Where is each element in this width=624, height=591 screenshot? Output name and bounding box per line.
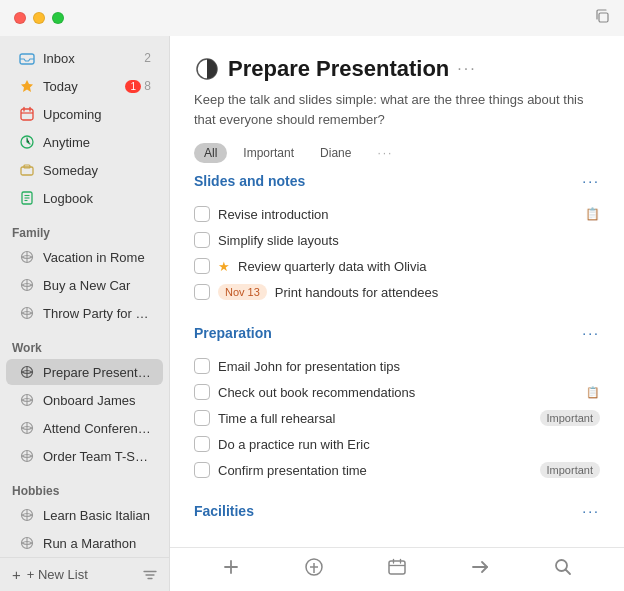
task-more-button[interactable]: ···	[457, 60, 476, 78]
search-button[interactable]	[545, 555, 581, 584]
sidebar-item-presentation[interactable]: Prepare Presentation	[6, 359, 163, 385]
task-checkbox-books[interactable]	[194, 384, 210, 400]
svg-rect-41	[389, 561, 405, 574]
upcoming-label: Upcoming	[43, 107, 151, 122]
section-title-facilities: Facilities	[194, 503, 254, 519]
section-facilities: Facilities ···	[194, 503, 600, 523]
list-icon-order	[18, 447, 36, 465]
section-more-slides[interactable]: ···	[582, 173, 600, 189]
task-main-icon	[194, 56, 220, 82]
task-review: ★ Review quarterly data with Olivia	[194, 253, 600, 279]
star-icon-review: ★	[218, 259, 230, 274]
filter-icon	[143, 568, 157, 582]
someday-label: Someday	[43, 163, 151, 178]
sidebar-item-anytime[interactable]: Anytime	[6, 129, 163, 155]
task-checkbox-email[interactable]	[194, 358, 210, 374]
list-icon-car	[18, 276, 36, 294]
title-row: Prepare Presentation ···	[194, 56, 600, 82]
sidebar-item-upcoming[interactable]: Upcoming	[6, 101, 163, 127]
task-simplify: Simplify slide layouts	[194, 227, 600, 253]
logbook-label: Logbook	[43, 191, 151, 206]
sidebar-item-today[interactable]: Today 1 8	[6, 73, 163, 99]
filter-tabs: All Important Diane ···	[194, 143, 600, 163]
section-more-prep[interactable]: ···	[582, 325, 600, 341]
list-icon-italian	[18, 506, 36, 524]
plus-icon: +	[12, 566, 21, 583]
task-revise: Revise introduction 📋	[194, 201, 600, 227]
task-checkbox-practice[interactable]	[194, 436, 210, 452]
anytime-icon	[18, 133, 36, 151]
inbox-label: Inbox	[43, 51, 144, 66]
task-checkbox-simplify[interactable]	[194, 232, 210, 248]
task-tag-confirm: Important	[540, 462, 600, 478]
party-label: Throw Party for Eve	[43, 306, 151, 321]
add-task-button[interactable]	[213, 555, 249, 584]
sidebar-item-party[interactable]: Throw Party for Eve	[6, 300, 163, 326]
sidebar-item-italian[interactable]: Learn Basic Italian	[6, 502, 163, 528]
logbook-icon	[18, 189, 36, 207]
task-checkbox-rehearsal[interactable]	[194, 410, 210, 426]
task-confirm: Confirm presentation time Important	[194, 457, 600, 483]
maximize-button[interactable]	[52, 12, 64, 24]
presentation-label: Prepare Presentation	[43, 365, 151, 380]
main-content: Prepare Presentation ··· Keep the talk a…	[170, 36, 624, 591]
task-description: Keep the talk and slides simple: what ar…	[194, 90, 600, 129]
italian-label: Learn Basic Italian	[43, 508, 151, 523]
section-slides: Slides and notes ··· Revise introduction…	[194, 173, 600, 305]
task-text-revise: Revise introduction	[218, 207, 577, 222]
section-header-slides: Slides and notes ···	[194, 173, 600, 193]
sidebar-item-marathon[interactable]: Run a Marathon	[6, 530, 163, 556]
task-text-simplify: Simplify slide layouts	[218, 233, 600, 248]
sidebar-item-car[interactable]: Buy a New Car	[6, 272, 163, 298]
note-icon-books: 📋	[586, 386, 600, 399]
filter-tab-more[interactable]: ···	[367, 143, 403, 163]
sidebar-item-vacation[interactable]: Vacation in Rome	[6, 244, 163, 270]
new-list-button[interactable]: + + New List	[0, 557, 169, 591]
car-label: Buy a New Car	[43, 278, 151, 293]
sidebar-item-order[interactable]: Order Team T-Shirts	[6, 443, 163, 469]
filter-tab-important[interactable]: Important	[233, 143, 304, 163]
task-text-print: Print handouts for attendees	[275, 285, 600, 300]
today-icon	[18, 77, 36, 95]
list-icon-attend	[18, 419, 36, 437]
task-checkbox-print[interactable]	[194, 284, 210, 300]
section-header-facilities: Facilities ···	[194, 503, 600, 523]
task-checkbox-review[interactable]	[194, 258, 210, 274]
task-text-confirm: Confirm presentation time	[218, 463, 532, 478]
sidebar-item-inbox[interactable]: Inbox 2	[6, 45, 163, 71]
copy-icon[interactable]	[594, 8, 610, 28]
marathon-label: Run a Marathon	[43, 536, 151, 551]
new-list-label: + New List	[27, 567, 88, 582]
minimize-button[interactable]	[33, 12, 45, 24]
bottom-toolbar	[170, 547, 624, 591]
navigate-button[interactable]	[462, 555, 498, 584]
task-practice: Do a practice run with Eric	[194, 431, 600, 457]
task-text-books: Check out book recommendations	[218, 385, 578, 400]
filter-tab-diane[interactable]: Diane	[310, 143, 361, 163]
task-rehearsal: Time a full rehearsal Important	[194, 405, 600, 431]
task-text-practice: Do a practice run with Eric	[218, 437, 600, 452]
content-header: Prepare Presentation ··· Keep the talk a…	[170, 36, 624, 173]
list-icon-marathon	[18, 534, 36, 552]
sidebar-item-onboard[interactable]: Onboard James	[6, 387, 163, 413]
main-task-title: Prepare Presentation	[228, 56, 449, 82]
task-tag-rehearsal: Important	[540, 410, 600, 426]
add-reminder-button[interactable]	[296, 555, 332, 584]
sidebar-item-logbook[interactable]: Logbook	[6, 185, 163, 211]
sidebar-item-attend[interactable]: Attend Conference	[6, 415, 163, 441]
filter-tab-all[interactable]: All	[194, 143, 227, 163]
calendar-view-button[interactable]	[379, 555, 415, 584]
task-date-tag-print: Nov 13	[218, 284, 267, 300]
list-icon-vacation	[18, 248, 36, 266]
task-text-rehearsal: Time a full rehearsal	[218, 411, 532, 426]
content-body: Slides and notes ··· Revise introduction…	[170, 173, 624, 547]
section-more-facilities[interactable]: ···	[582, 503, 600, 519]
list-icon-party	[18, 304, 36, 322]
sidebar-item-someday[interactable]: Someday	[6, 157, 163, 183]
task-checkbox-confirm[interactable]	[194, 462, 210, 478]
close-button[interactable]	[14, 12, 26, 24]
today-label: Today	[43, 79, 125, 94]
someday-icon	[18, 161, 36, 179]
inbox-count: 2	[144, 51, 151, 65]
task-checkbox-revise[interactable]	[194, 206, 210, 222]
